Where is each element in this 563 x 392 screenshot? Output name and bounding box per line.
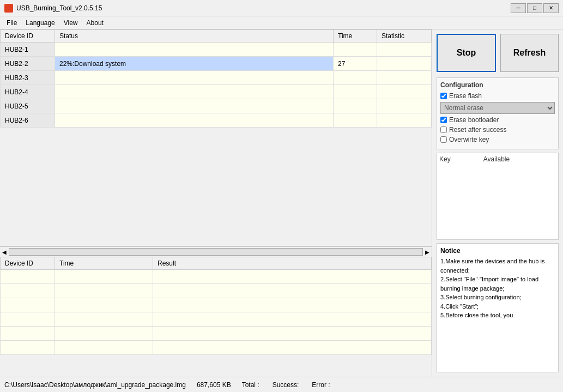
scroll-left-arrow[interactable]: ◀ — [2, 249, 7, 255]
app-icon — [4, 4, 13, 13]
device-id-cell: HUB2-4 — [1, 85, 55, 99]
device-table-area: Device ID Status Time Statistic HUB2-1HU… — [0, 29, 432, 246]
menu-about[interactable]: About — [82, 18, 108, 28]
menu-language[interactable]: Language — [21, 18, 59, 28]
table-row: HUB2-1 — [1, 43, 432, 57]
log-device-id — [1, 270, 55, 284]
table-row: HUB2-4 — [1, 85, 432, 99]
time-cell — [334, 43, 377, 57]
status-cell — [55, 43, 334, 57]
log-device-id — [1, 327, 55, 341]
reset-after-success-label: Reset after success — [449, 126, 506, 134]
device-id-cell: HUB2-3 — [1, 71, 55, 85]
menu-file[interactable]: File — [2, 18, 21, 28]
statistic-cell — [377, 85, 432, 99]
col-device-id: Device ID — [1, 30, 55, 43]
action-buttons: Stop Refresh — [437, 34, 559, 72]
horizontal-scrollbar[interactable] — [9, 248, 423, 256]
device-table: Device ID Status Time Statistic HUB2-1HU… — [0, 29, 432, 128]
error-label: Error : — [312, 381, 330, 389]
log-col-result: Result — [153, 257, 432, 270]
time-cell — [334, 71, 377, 85]
refresh-button[interactable]: Refresh — [500, 34, 559, 72]
statistic-cell — [377, 71, 432, 85]
status-cell — [55, 71, 334, 85]
status-cell — [55, 113, 334, 128]
notice-line: 3.Select burning configuration; — [440, 293, 555, 302]
log-table-wrapper[interactable]: Device ID Time Result — [0, 257, 432, 377]
reset-after-success-row: Reset after success — [440, 126, 555, 134]
log-result — [153, 312, 432, 327]
maximize-button[interactable]: □ — [527, 3, 542, 13]
right-panel: Stop Refresh Configuration Erase flash N… — [432, 29, 563, 377]
key-table-area: Key Available — [437, 153, 559, 240]
key-col-available: Available — [483, 155, 510, 163]
table-row: HUB2-5 — [1, 99, 432, 113]
notice-line: 2.Select "File"-"Import image" to load b… — [440, 275, 555, 293]
status-cell — [55, 99, 334, 113]
device-id-cell: HUB2-6 — [1, 113, 55, 128]
key-table-header: Key Available — [439, 155, 556, 163]
table-row — [1, 312, 432, 327]
log-result — [153, 270, 432, 284]
log-time — [55, 298, 153, 312]
title-bar-text: USB_Burning_Tool_v2.0.5.15 — [16, 4, 511, 12]
file-path: C:\Users\Isaac\Desktop\амлоджик\aml_upgr… — [4, 381, 186, 389]
time-cell — [334, 113, 377, 128]
log-time — [55, 312, 153, 327]
statistic-cell — [377, 43, 432, 57]
error-item: Error : — [312, 381, 332, 389]
notice-line: 1.Make sure the devices and the hub is c… — [440, 257, 555, 275]
log-time — [55, 284, 153, 298]
stop-button[interactable]: Stop — [437, 34, 496, 72]
total-label: Total : — [242, 381, 259, 389]
erase-flash-label: Erase flash — [449, 92, 482, 100]
status-bar: C:\Users\Isaac\Desktop\амлоджик\aml_upgr… — [0, 377, 563, 392]
erase-flash-checkbox[interactable] — [440, 93, 447, 99]
device-id-cell: HUB2-1 — [1, 43, 55, 57]
notice-text: 1.Make sure the devices and the hub is c… — [440, 257, 555, 320]
notice-line: 4.Click "Start"; — [440, 302, 555, 311]
log-result — [153, 327, 432, 341]
status-cell: 22%:Download system — [55, 57, 334, 71]
table-row — [1, 284, 432, 298]
time-cell: 27 — [334, 57, 377, 71]
success-item: Success: — [273, 381, 301, 389]
total-item: Total : — [242, 381, 262, 389]
close-button[interactable]: ✕ — [543, 3, 559, 13]
notice-area: Notice 1.Make sure the devices and the h… — [437, 243, 559, 372]
minimize-button[interactable]: ─ — [511, 3, 526, 13]
log-device-id — [1, 312, 55, 327]
erase-mode-select[interactable]: Normal erase Full erase — [440, 102, 555, 114]
log-table: Device ID Time Result — [0, 257, 432, 355]
overwrite-key-label: Overwirte key — [449, 136, 489, 143]
table-row — [1, 327, 432, 341]
scroll-right-arrow[interactable]: ▶ — [425, 249, 429, 255]
col-time: Time — [334, 30, 377, 43]
time-cell — [334, 85, 377, 99]
scroll-bar-area: ◀ ▶ — [0, 246, 432, 257]
log-device-id — [1, 284, 55, 298]
device-table-wrapper[interactable]: Device ID Status Time Statistic HUB2-1HU… — [0, 29, 432, 246]
log-time — [55, 270, 153, 284]
table-row: HUB2-6 — [1, 113, 432, 128]
log-device-id — [1, 298, 55, 312]
reset-after-success-checkbox[interactable] — [440, 126, 447, 133]
table-row: HUB2-3 — [1, 71, 432, 85]
time-cell — [334, 99, 377, 113]
log-result — [153, 298, 432, 312]
log-time — [55, 341, 153, 355]
left-panel: Device ID Status Time Statistic HUB2-1HU… — [0, 29, 432, 377]
erase-bootloader-checkbox[interactable] — [440, 117, 447, 123]
success-label: Success: — [273, 381, 299, 389]
file-size: 687,605 KB — [197, 381, 231, 389]
statistic-cell — [377, 99, 432, 113]
table-row — [1, 270, 432, 284]
title-bar-controls: ─ □ ✕ — [511, 3, 559, 13]
overwrite-key-checkbox[interactable] — [440, 136, 447, 143]
device-id-cell: HUB2-5 — [1, 99, 55, 113]
menu-view[interactable]: View — [59, 18, 82, 28]
key-col-key: Key — [439, 155, 451, 163]
device-id-cell: HUB2-2 — [1, 57, 55, 71]
configuration-section: Configuration Erase flash Normal erase F… — [437, 77, 559, 149]
